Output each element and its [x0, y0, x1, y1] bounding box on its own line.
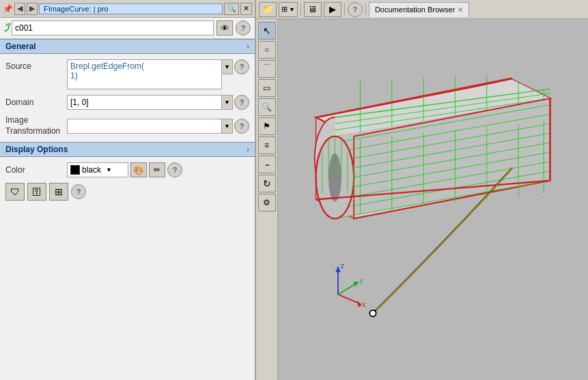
doc-tab-close[interactable]: ✕	[458, 6, 463, 14]
action-row: 🛡 ⚿ ⊞ ?	[0, 180, 255, 203]
general-header-label: General	[5, 42, 36, 51]
display-options-content: Color black ▼ 🎨 ✏ ? 🛡 ⚿ ⊞ ?	[0, 157, 255, 206]
general-section-content: Source Brepl.getEdgeFrom( 1) ▼ ? Domain	[0, 54, 255, 142]
color-value: black	[82, 165, 101, 175]
layout-icon: ⊞	[281, 5, 288, 14]
general-expand-icon: ›	[247, 42, 249, 51]
source-input-wrapper: Brepl.getEdgeFrom( 1)	[67, 59, 222, 89]
search-icon[interactable]: 🔍	[224, 3, 239, 15]
pencil-btn[interactable]: ✏	[149, 162, 165, 177]
folder-btn[interactable]: 📁	[259, 2, 277, 17]
name-row: ℐ 👁 ?	[0, 18, 255, 39]
doc-tab-label: Documentation Browser	[375, 5, 455, 14]
toolbar-sep-3	[365, 3, 366, 16]
color-selector[interactable]: black ▼	[67, 162, 128, 177]
image-transform-label: ImageTransformation	[5, 115, 67, 136]
domain-help-btn[interactable]: ?	[234, 95, 249, 110]
shield-btn[interactable]: 🛡	[5, 183, 25, 201]
key-btn[interactable]: ⚿	[27, 183, 46, 201]
3d-viewport[interactable]: z y x	[278, 19, 588, 380]
flag-btn[interactable]: ⚑	[258, 117, 276, 135]
object-icon: ℐ	[4, 22, 9, 34]
color-control-area: black ▼ 🎨 ✏ ?	[67, 162, 249, 177]
zoom-btn[interactable]: 🔍	[258, 98, 276, 116]
source-label: Source	[5, 59, 67, 71]
eye-button[interactable]: 👁	[216, 20, 233, 35]
monitor-btn[interactable]: 🖥	[304, 2, 322, 17]
display-options-expand-icon: ›	[247, 145, 249, 154]
color-help-btn[interactable]: ?	[167, 162, 182, 177]
source-dropdown-arrow[interactable]: ▼	[222, 59, 233, 74]
stack-btn[interactable]: ≡	[258, 136, 276, 154]
image-transform-row: ImageTransformation ▼ ?	[0, 113, 255, 139]
svg-text:x: x	[362, 301, 365, 308]
display-options-header[interactable]: Display Options ›	[0, 142, 255, 157]
image-transform-help-btn[interactable]: ?	[234, 119, 249, 134]
3d-scene: z y x	[278, 19, 588, 380]
domain-label: Domain	[5, 98, 67, 107]
action-help-btn[interactable]: ?	[71, 184, 86, 199]
help-button[interactable]: ?	[236, 20, 251, 35]
play-btn[interactable]: ▶	[324, 2, 341, 17]
left-arrow-icon[interactable]: ◀	[14, 3, 25, 15]
dots-btn[interactable]: ···	[258, 156, 276, 173]
svg-text:z: z	[341, 262, 344, 269]
layout-arrow: ▼	[289, 6, 295, 13]
color-row: Color black ▼ 🎨 ✏ ?	[0, 160, 255, 180]
toolbar-sep-2	[344, 3, 345, 16]
toolbar-title: FImageCurve: | pro	[39, 3, 223, 14]
display-options-label: Display Options	[5, 145, 68, 154]
color-swatch	[70, 165, 80, 175]
source-help-btn[interactable]: ?	[234, 59, 249, 74]
image-transform-input[interactable]	[67, 119, 222, 134]
close-icon[interactable]: ✕	[240, 3, 252, 15]
image-transform-dropdown-arrow[interactable]: ▼	[222, 119, 233, 134]
circle-btn[interactable]: ○	[258, 41, 276, 59]
domain-dropdown-arrow[interactable]: ▼	[222, 95, 233, 110]
settings-btn[interactable]: ⚙	[258, 194, 276, 211]
source-value: Brepl.getEdgeFrom( 1)	[70, 61, 144, 81]
layout-dropdown-btn[interactable]: ⊞ ▼	[279, 2, 298, 17]
color-dropdown-arrow: ▼	[106, 166, 112, 173]
rect-btn[interactable]: ▭	[258, 79, 276, 97]
right-top-toolbar: 📁 ⊞ ▼ 🖥 ▶ ? Documentation Browser ✕	[256, 0, 588, 19]
source-input[interactable]: Brepl.getEdgeFrom( 1)	[67, 59, 222, 89]
grid-btn[interactable]: ⊞	[49, 183, 68, 201]
doc-browser-tab[interactable]: Documentation Browser ✕	[369, 2, 469, 17]
right-side-toolbar: ↖ ○ ⌒ ▭ 🔍 ⚑ ≡ ··· ↻ ⚙	[256, 19, 278, 380]
svg-point-50	[369, 310, 376, 317]
name-input[interactable]	[12, 20, 214, 35]
right-arrow-icon[interactable]: ▶	[27, 3, 38, 15]
domain-row: Domain ▼ ?	[0, 92, 255, 113]
cursor-btn[interactable]: ↖	[258, 22, 276, 40]
color-label: Color	[5, 165, 67, 175]
domain-input[interactable]	[67, 95, 222, 110]
right-content-area: ↖ ○ ⌒ ▭ 🔍 ⚑ ≡ ··· ↻ ⚙	[256, 19, 588, 380]
source-row: Source Brepl.getEdgeFrom( 1) ▼ ?	[0, 57, 255, 92]
curve-btn[interactable]: ⌒	[258, 60, 276, 78]
left-panel: 📌 ◀ ▶ FImageCurve: | pro 🔍 ✕ ℐ 👁 ? Gener…	[0, 0, 256, 380]
pin-icon: 📌	[3, 4, 13, 14]
left-top-toolbar: 📌 ◀ ▶ FImageCurve: | pro 🔍 ✕	[0, 0, 255, 18]
palette-btn[interactable]: 🎨	[130, 162, 147, 177]
image-transform-control-area: ▼ ?	[67, 119, 249, 134]
domain-control-area: ▼ ?	[67, 95, 249, 110]
toolbar-sep-1	[300, 3, 301, 16]
general-section-header[interactable]: General ›	[0, 39, 255, 54]
rotate-btn[interactable]: ↻	[258, 175, 276, 192]
right-panel: 📁 ⊞ ▼ 🖥 ▶ ? Documentation Browser ✕ ↖ ○	[256, 0, 588, 380]
help-circle-btn[interactable]: ?	[348, 2, 363, 17]
source-control-area: Brepl.getEdgeFrom( 1) ▼ ?	[67, 59, 249, 89]
